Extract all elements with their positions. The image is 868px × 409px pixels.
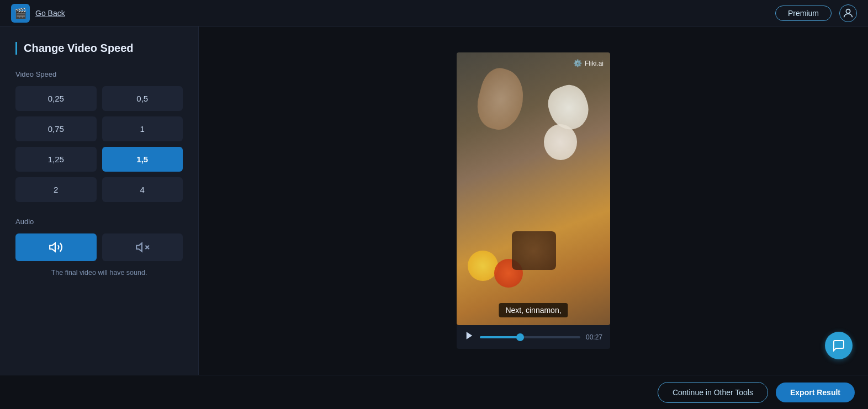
speed-section-label: Video Speed — [15, 70, 183, 78]
panel-title: Change Video Speed — [15, 42, 183, 55]
bottom-bar: Continue in Other Tools Export Result — [0, 375, 868, 409]
video-controls: 00:27 — [457, 325, 610, 349]
audio-note: The final video will have sound. — [15, 269, 183, 277]
fliki-gear-icon: ⚙️ — [573, 59, 582, 67]
speed-btn-2[interactable]: 2 — [15, 177, 97, 202]
app-logo: 🎬 — [11, 4, 30, 23]
audio-section-label: Audio — [15, 217, 183, 226]
progress-thumb — [516, 333, 524, 341]
left-panel: Change Video Speed Video Speed 0,25 0,5 … — [0, 26, 199, 375]
audio-off-button[interactable] — [102, 233, 183, 261]
header-left: 🎬 Go Back — [11, 4, 65, 23]
speed-grid: 0,25 0,5 0,75 1 1,25 1,5 2 4 — [15, 86, 183, 202]
speed-btn-15[interactable]: 1,5 — [102, 147, 183, 172]
watermark-text: Fliki.ai — [585, 60, 604, 67]
video-area: ⚙️ Fliki.ai Next, cinnamon, 00:27 — [199, 26, 868, 375]
svg-marker-1 — [50, 243, 55, 251]
speed-btn-4[interactable]: 4 — [102, 177, 183, 202]
user-avatar[interactable] — [839, 4, 857, 22]
progress-fill — [480, 336, 520, 338]
export-button[interactable]: Export Result — [776, 383, 855, 402]
audio-on-button[interactable] — [15, 233, 97, 261]
speed-btn-125[interactable]: 1,25 — [15, 147, 97, 172]
speed-btn-05[interactable]: 0,5 — [102, 86, 183, 111]
progress-bar[interactable] — [480, 336, 580, 338]
speed-btn-075[interactable]: 0,75 — [15, 116, 97, 141]
premium-button[interactable]: Premium — [775, 6, 832, 21]
header-right: Premium — [775, 4, 857, 22]
main-content: Change Video Speed Video Speed 0,25 0,5 … — [0, 26, 868, 375]
play-button[interactable] — [464, 331, 474, 343]
continue-button[interactable]: Continue in Other Tools — [658, 382, 768, 403]
app-header: 🎬 Go Back Premium — [0, 0, 868, 26]
time-display: 00:27 — [586, 333, 602, 341]
go-back-link[interactable]: Go Back — [35, 9, 65, 18]
video-frame: ⚙️ Fliki.ai Next, cinnamon, — [457, 52, 610, 325]
speed-btn-1[interactable]: 1 — [102, 116, 183, 141]
svg-point-0 — [846, 9, 850, 13]
video-watermark: ⚙️ Fliki.ai — [573, 59, 604, 67]
svg-marker-2 — [136, 243, 142, 251]
chat-bubble-button[interactable] — [825, 332, 853, 359]
audio-grid — [15, 233, 183, 261]
speed-btn-025[interactable]: 0,25 — [15, 86, 97, 111]
video-subtitle: Next, cinnamon, — [499, 303, 568, 317]
svg-marker-5 — [467, 332, 473, 339]
video-container: ⚙️ Fliki.ai Next, cinnamon, 00:27 — [457, 52, 610, 349]
